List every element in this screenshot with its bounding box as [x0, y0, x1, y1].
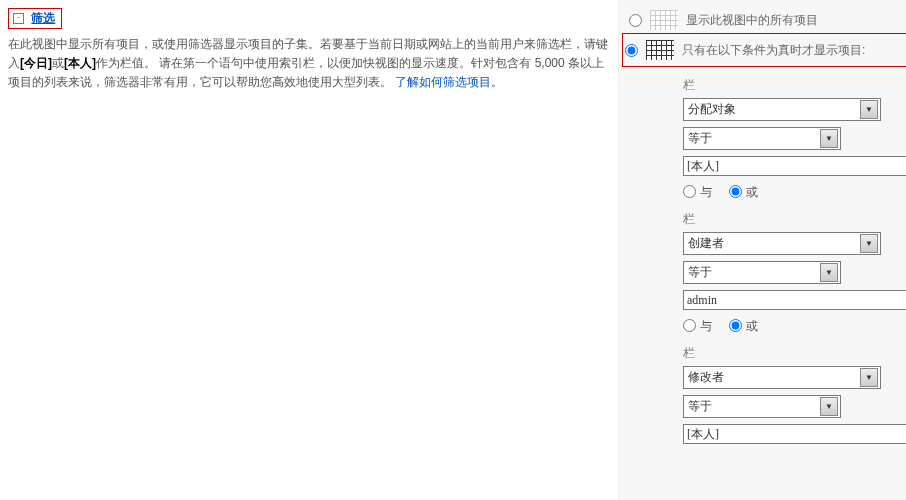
chevron-down-icon: ▼	[860, 234, 878, 253]
option-show-all[interactable]: 显示此视图中的所有项目	[627, 10, 906, 30]
filter2-join: 与 或	[683, 318, 906, 335]
filter-panel: 显示此视图中的所有项目 只有在以下条件为真时才显示项目: 栏 分配对象▼ 等于▼…	[618, 0, 906, 500]
description-text: 在此视图中显示所有项目，或使用筛选器显示项目的子集。若要基于当前日期或网站上的当…	[8, 35, 618, 93]
section-title[interactable]: 筛选	[31, 11, 55, 25]
chevron-down-icon: ▼	[860, 100, 878, 119]
filter1-and[interactable]: 与	[683, 185, 712, 199]
filter1-column-select[interactable]: 分配对象▼	[683, 98, 881, 121]
chevron-down-icon: ▼	[820, 263, 838, 282]
radio-show-all[interactable]	[629, 14, 642, 27]
filter1-join: 与 或	[683, 184, 906, 201]
option-conditional[interactable]: 只有在以下条件为真时才显示项目:	[623, 40, 906, 60]
filter3-operator-select[interactable]: 等于▼	[683, 395, 841, 418]
section-header[interactable]: - 筛选	[8, 8, 62, 29]
learn-more-link[interactable]: 了解如何筛选项目。	[395, 75, 503, 89]
grid-filtered-icon	[646, 40, 674, 60]
option-show-all-label: 显示此视图中的所有项目	[686, 12, 818, 29]
radio-conditional[interactable]	[625, 44, 638, 57]
filter2-operator-select[interactable]: 等于▼	[683, 261, 841, 284]
filter-list: 栏 分配对象▼ 等于▼ [本人] 与 或 栏 创建者▼ 等于▼ admin 与 …	[627, 77, 906, 444]
option-conditional-label: 只有在以下条件为真时才显示项目:	[682, 42, 865, 59]
column-caption: 栏	[683, 211, 906, 228]
column-caption: 栏	[683, 345, 906, 362]
filter1-operator-select[interactable]: 等于▼	[683, 127, 841, 150]
column-caption: 栏	[683, 77, 906, 94]
chevron-down-icon: ▼	[860, 368, 878, 387]
filter3-value-input[interactable]: [本人]	[683, 424, 906, 444]
filter1-value-input[interactable]: [本人]	[683, 156, 906, 176]
filter3-column-select[interactable]: 修改者▼	[683, 366, 881, 389]
collapse-icon[interactable]: -	[13, 13, 24, 24]
filter2-value-input[interactable]: admin	[683, 290, 906, 310]
chevron-down-icon: ▼	[820, 129, 838, 148]
chevron-down-icon: ▼	[820, 397, 838, 416]
filter2-and[interactable]: 与	[683, 319, 712, 333]
filter2-column-select[interactable]: 创建者▼	[683, 232, 881, 255]
filter2-or[interactable]: 或	[729, 319, 758, 333]
description-panel: - 筛选 在此视图中显示所有项目，或使用筛选器显示项目的子集。若要基于当前日期或…	[0, 0, 618, 500]
grid-icon	[650, 10, 678, 30]
filter1-or[interactable]: 或	[729, 185, 758, 199]
